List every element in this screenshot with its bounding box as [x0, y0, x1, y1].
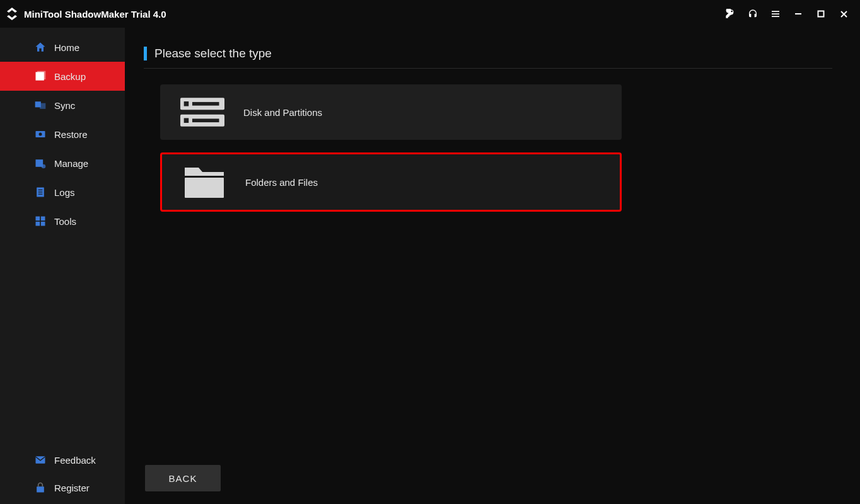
sidebar-item-sync[interactable]: Sync: [0, 91, 125, 120]
home-icon: [34, 41, 47, 54]
sidebar-item-label: Home: [54, 42, 79, 53]
manage-icon: [34, 157, 47, 169]
close-button[interactable]: [832, 5, 855, 23]
svg-rect-0: [772, 11, 779, 12]
svg-rect-2: [772, 16, 779, 17]
svg-rect-27: [192, 102, 219, 106]
folder-icon: [182, 165, 226, 199]
back-button-label: BACK: [169, 473, 197, 484]
svg-rect-23: [36, 456, 45, 464]
sidebar-item-label: Restore: [54, 129, 88, 140]
svg-rect-30: [192, 118, 219, 122]
section-header: Please select the type: [144, 47, 832, 60]
svg-rect-29: [184, 118, 189, 123]
svg-rect-17: [38, 192, 43, 192]
register-icon: [34, 481, 47, 494]
svg-rect-10: [40, 103, 45, 109]
sync-icon: [34, 99, 47, 112]
type-options: Disk and Partitions Folders and Files: [160, 84, 832, 212]
svg-rect-31: [185, 178, 224, 198]
option-disk-partitions[interactable]: Disk and Partitions: [160, 84, 622, 140]
app-title: MiniTool ShadowMaker Trial 4.0: [24, 9, 166, 20]
sidebar-item-backup[interactable]: Backup: [0, 62, 125, 91]
sidebar-item-label: Sync: [54, 100, 75, 111]
sidebar-item-label: Logs: [54, 187, 75, 198]
svg-point-12: [39, 133, 42, 136]
svg-rect-8: [37, 71, 45, 79]
svg-rect-22: [41, 222, 45, 226]
logs-icon: [34, 186, 47, 198]
sidebar-item-manage[interactable]: Manage: [0, 149, 125, 178]
maximize-button[interactable]: [810, 5, 832, 23]
sidebar-item-label: Tools: [54, 216, 76, 227]
sidebar-item-logs[interactable]: Logs: [0, 178, 125, 207]
svg-rect-16: [38, 190, 43, 190]
titlebar: MiniTool ShadowMaker Trial 4.0: [0, 0, 860, 28]
svg-rect-24: [37, 486, 44, 492]
disk-icon: [180, 95, 224, 129]
option-label: Folders and Files: [245, 177, 318, 188]
headset-icon[interactable]: [741, 5, 764, 23]
sidebar-item-register[interactable]: Register: [0, 474, 125, 501]
option-label: Disk and Partitions: [243, 107, 322, 118]
header-accent-bar: [144, 47, 147, 60]
header-divider: [144, 68, 832, 69]
svg-rect-1: [772, 13, 779, 14]
section-title: Please select the type: [154, 47, 272, 60]
menu-icon[interactable]: [764, 5, 787, 23]
app-logo-icon: [4, 6, 20, 22]
minimize-button[interactable]: [787, 5, 810, 23]
sidebar: Home Backup Sync Restore: [0, 28, 125, 504]
sidebar-item-feedback[interactable]: Feedback: [0, 446, 125, 474]
sidebar-item-tools[interactable]: Tools: [0, 207, 125, 236]
sidebar-item-label: Backup: [54, 71, 86, 82]
feedback-icon: [34, 454, 47, 466]
svg-rect-19: [36, 217, 40, 221]
sidebar-item-label: Register: [54, 483, 90, 493]
sidebar-item-home[interactable]: Home: [0, 33, 125, 62]
option-folders-files[interactable]: Folders and Files: [160, 152, 622, 212]
svg-rect-26: [184, 101, 189, 106]
key-icon[interactable]: [719, 5, 741, 23]
sidebar-item-restore[interactable]: Restore: [0, 120, 125, 149]
restore-icon: [34, 128, 47, 140]
svg-rect-20: [41, 217, 45, 221]
backup-icon: [34, 70, 47, 83]
app-window: MiniTool ShadowMaker Trial 4.0: [0, 0, 860, 504]
svg-rect-21: [36, 222, 40, 226]
main-panel: Please select the type: [125, 28, 860, 504]
svg-rect-4: [818, 11, 824, 17]
svg-point-14: [42, 164, 46, 169]
sidebar-item-label: Feedback: [54, 455, 96, 466]
tools-icon: [34, 215, 47, 227]
svg-rect-18: [38, 194, 43, 195]
back-button[interactable]: BACK: [145, 465, 221, 491]
sidebar-item-label: Manage: [54, 158, 88, 169]
